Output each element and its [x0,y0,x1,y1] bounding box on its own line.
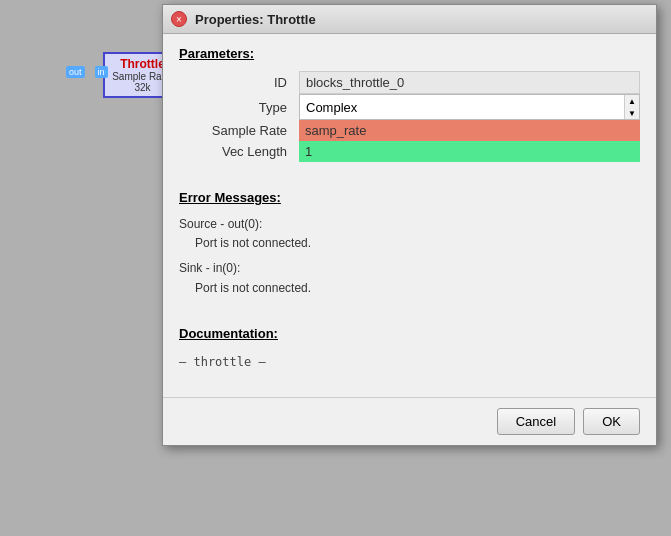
spinner-up-button[interactable]: ▲ [625,95,639,107]
dialog-titlebar: × Properties: Throttle [163,5,656,34]
properties-dialog: × Properties: Throttle Parameters: ID Ty… [162,4,657,446]
type-value-cell: Complex Float Int Short Byte ▲ ▼ [299,94,640,120]
error-sink-detail: Port is not connected. [179,279,640,298]
dialog-body: Parameters: ID Type Complex [163,34,656,397]
ok-button[interactable]: OK [583,408,640,435]
type-label: Type [179,94,299,120]
documentation-content: — throttle — [179,351,640,373]
documentation-header: Documentation: [179,326,640,341]
dialog-title: Properties: Throttle [195,12,316,27]
vec-length-field[interactable] [299,141,640,162]
error-sink-line1: Sink - in(0): [179,259,640,278]
parameters-table: ID Type Complex Float Int [179,71,640,162]
spinner-down-button[interactable]: ▼ [625,107,639,119]
sample-rate-label: Sample Rate [179,120,299,141]
parameters-header: Parameters: [179,46,640,61]
port-in: in [95,66,108,78]
documentation-section: Documentation: — throttle — [179,326,640,373]
spinner-buttons: ▲ ▼ [624,95,639,119]
sample-rate-field[interactable] [299,120,640,141]
error-section: Error Messages: Source - out(0): Port is… [179,190,640,298]
id-label: ID [179,71,299,94]
vec-length-value-cell [299,141,640,162]
dialog-footer: Cancel OK [163,397,656,445]
error-source-detail: Port is not connected. [179,234,640,253]
error-source-line1: Source - out(0): [179,215,640,234]
sample-rate-value-cell [299,120,640,141]
error-messages-header: Error Messages: [179,190,640,205]
table-row: Vec Length [179,141,640,162]
type-spinner-container: Complex Float Int Short Byte ▲ ▼ [299,94,640,120]
table-row: ID [179,71,640,94]
port-out: out [66,66,85,78]
id-value-cell [299,71,640,94]
type-select[interactable]: Complex Float Int Short Byte [300,97,624,118]
table-row: Sample Rate [179,120,640,141]
close-button[interactable]: × [171,11,187,27]
error-messages-content: Source - out(0): Port is not connected. … [179,215,640,298]
cancel-button[interactable]: Cancel [497,408,575,435]
table-row: Type Complex Float Int Short Byte ▲ [179,94,640,120]
id-field[interactable] [299,71,640,94]
vec-length-label: Vec Length [179,141,299,162]
